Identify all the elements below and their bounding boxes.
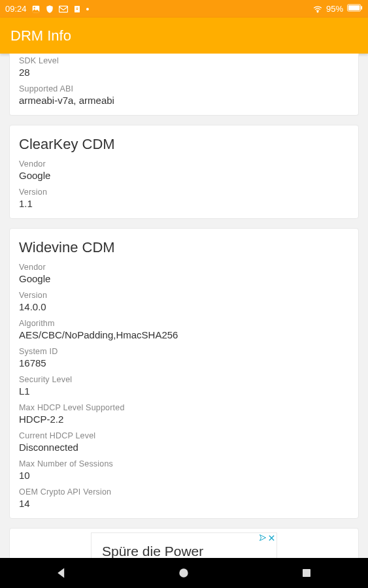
row-value: AES/CBC/NoPadding,HmacSHA256 [19, 329, 349, 340]
row-value: 14 [19, 498, 349, 509]
info-row: Security LevelL1 [19, 375, 349, 397]
svg-point-1 [33, 7, 35, 8]
svg-point-4 [317, 11, 318, 12]
row-label: Supported ABI [19, 84, 349, 93]
info-row: Version 1.1 [19, 188, 349, 209]
more-icon: • [86, 4, 90, 14]
info-row: OEM Crypto API Version14 [19, 487, 349, 509]
app-bar: DRM Info [0, 18, 368, 54]
image-icon [31, 5, 41, 14]
ad-info-icon[interactable] [259, 534, 267, 543]
svg-rect-7 [361, 6, 362, 10]
status-left: 09:24 • [5, 4, 89, 14]
ad-close-icon[interactable] [268, 534, 275, 543]
row-label: Version [19, 188, 349, 197]
nav-recent-button[interactable] [287, 558, 326, 588]
mail-icon [59, 5, 68, 14]
svg-point-8 [180, 568, 188, 577]
row-label: SDK Level [19, 56, 349, 65]
row-label: Max HDCP Level Supported [19, 403, 349, 412]
info-row: SDK Level 28 [19, 56, 349, 78]
ad-card[interactable]: Spüre die Power HUAWEI [9, 528, 359, 558]
widevine-card: Widevine CDM VendorGoogle Version14.0.0 … [9, 228, 359, 519]
device-info-card: SDK Level 28 Supported ABI armeabi-v7a, … [9, 54, 359, 116]
status-bar: 09:24 • 95% [0, 0, 368, 18]
shield-icon [45, 5, 54, 14]
info-row: Current HDCP LevelDisconnected [19, 431, 349, 453]
wifi-icon [313, 5, 322, 14]
row-value: 14.0.0 [19, 301, 349, 312]
row-label: OEM Crypto API Version [19, 487, 349, 497]
info-row: Version14.0.0 [19, 291, 349, 312]
download-icon [73, 5, 82, 14]
navigation-bar [0, 558, 368, 588]
ad-inner[interactable]: Spüre die Power HUAWEI [91, 532, 277, 558]
content-scroll[interactable]: SDK Level 28 Supported ABI armeabi-v7a, … [0, 54, 368, 558]
row-label: Version [19, 291, 349, 300]
row-label: System ID [19, 347, 349, 356]
info-row: System ID16785 [19, 347, 349, 368]
info-row: Supported ABI armeabi-v7a, armeabi [19, 84, 349, 106]
row-label: Vendor [19, 159, 349, 169]
card-title: Widevine CDM [19, 239, 349, 256]
info-row: Max Number of Sessions10 [19, 459, 349, 481]
card-title: ClearKey CDM [19, 136, 349, 153]
row-value: 16785 [19, 357, 349, 368]
ad-title: Spüre die Power [102, 544, 266, 558]
info-row: Max HDCP Level SupportedHDCP-2.2 [19, 403, 349, 425]
info-row: VendorGoogle [19, 263, 349, 284]
ad-badge[interactable] [258, 533, 276, 544]
row-value: L1 [19, 385, 349, 397]
row-value: Google [19, 170, 349, 181]
nav-back-button[interactable] [42, 558, 81, 588]
info-row: Vendor Google [19, 159, 349, 181]
battery-icon [347, 4, 363, 14]
row-label: Algorithm [19, 319, 349, 328]
svg-rect-9 [303, 569, 310, 577]
row-value: armeabi-v7a, armeabi [19, 95, 349, 106]
svg-rect-6 [348, 5, 360, 10]
app-title: DRM Info [10, 27, 71, 44]
clearkey-card: ClearKey CDM Vendor Google Version 1.1 [9, 125, 359, 219]
row-label: Vendor [19, 263, 349, 272]
row-value: 1.1 [19, 198, 349, 209]
row-value: Google [19, 273, 349, 284]
row-value: Disconnected [19, 442, 349, 453]
battery-percent: 95% [326, 4, 343, 14]
row-value: HDCP-2.2 [19, 414, 349, 425]
status-right: 95% [313, 4, 363, 14]
nav-home-button[interactable] [164, 558, 203, 588]
svg-rect-2 [59, 6, 67, 12]
row-label: Current HDCP Level [19, 431, 349, 440]
row-label: Security Level [19, 375, 349, 384]
row-value: 28 [19, 67, 349, 78]
row-label: Max Number of Sessions [19, 459, 349, 468]
row-value: 10 [19, 470, 349, 481]
status-time: 09:24 [5, 4, 27, 14]
info-row: AlgorithmAES/CBC/NoPadding,HmacSHA256 [19, 319, 349, 340]
